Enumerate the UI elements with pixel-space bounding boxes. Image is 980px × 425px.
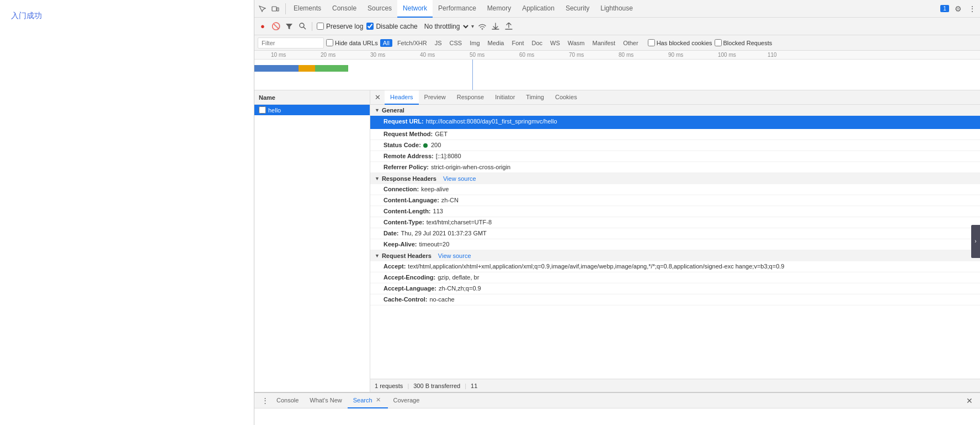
details-panel: ✕ Headers Preview Response Initiator Tim…: [370, 90, 980, 392]
tab-console[interactable]: Console: [327, 0, 362, 18]
filter-type-doc[interactable]: Doc: [529, 39, 545, 47]
request-method-row: Request Method: GET: [370, 129, 980, 140]
disable-cache-checkbox[interactable]: Disable cache: [366, 23, 417, 30]
tick-30ms: 30 ms: [370, 52, 385, 58]
svg-point-4: [482, 29, 483, 30]
file-list-item[interactable]: hello: [254, 105, 370, 115]
filter-type-css[interactable]: CSS: [447, 39, 465, 47]
bottom-panel-close-button[interactable]: ✕: [963, 395, 976, 407]
file-list-panel: Name hello: [254, 90, 370, 392]
import-har-icon[interactable]: [491, 21, 500, 31]
bottom-tab-search[interactable]: Search ✕: [348, 393, 388, 408]
tab-sources[interactable]: Sources: [362, 0, 397, 18]
general-arrow: ▼: [375, 107, 380, 113]
response-headers-section-header[interactable]: ▼ Response Headers View source: [370, 173, 980, 184]
filter-type-ws[interactable]: WS: [547, 39, 563, 47]
tab-cookies[interactable]: Cookies: [550, 90, 583, 105]
timeline-cursor: [472, 60, 473, 90]
tab-performance[interactable]: Performance: [433, 0, 482, 18]
content-type-row: Content-Type: text/html;charset=UTF-8: [370, 217, 980, 228]
filter-type-img[interactable]: Img: [467, 39, 482, 47]
svg-rect-1: [277, 8, 279, 11]
tab-lighthouse[interactable]: Lighthouse: [595, 0, 638, 18]
tab-initiator[interactable]: Initiator: [489, 90, 520, 105]
resources-count: 11: [471, 383, 477, 389]
network-toolbar: ● 🚫 Preserve log Disable cache No thrott…: [254, 18, 980, 35]
main-content: Name hello ✕ Headers Preview: [254, 90, 980, 392]
accept-row: Accept: text/html,application/xhtml+xml,…: [370, 261, 980, 272]
cache-control-row: Cache-Control: no-cache: [370, 294, 980, 305]
filter-type-all[interactable]: All: [380, 39, 392, 47]
filter-type-other[interactable]: Other: [620, 39, 641, 47]
tick-60ms: 60 ms: [519, 52, 534, 58]
filter-type-wasm[interactable]: Wasm: [565, 39, 588, 47]
filter-type-manifest[interactable]: Manifest: [590, 39, 619, 47]
filter-type-fetch-xhr[interactable]: Fetch/XHR: [395, 39, 430, 47]
tab-elements[interactable]: Elements: [288, 0, 327, 18]
file-checkbox[interactable]: [259, 106, 266, 114]
more-options-icon[interactable]: ⋮: [967, 3, 978, 14]
filter-icon[interactable]: [284, 21, 294, 31]
bottom-panel: ⋮ Console What's New Search ✕ Coverage ✕: [254, 392, 980, 425]
status-dot: [423, 143, 428, 148]
preserve-log-checkbox[interactable]: Preserve log: [317, 23, 363, 30]
wifi-icon[interactable]: [477, 21, 487, 31]
tick-110ms: 110: [768, 52, 777, 58]
timeline-ruler: 10 ms 20 ms 30 ms 40 ms 50 ms 60 ms 70 m…: [254, 51, 980, 60]
waterfall-bars: [254, 65, 348, 72]
request-headers-arrow: ▼: [375, 253, 380, 259]
hide-data-urls-checkbox[interactable]: Hide data URLs: [326, 39, 378, 46]
filter-type-font[interactable]: Font: [509, 39, 526, 47]
file-list-header: Name: [254, 90, 370, 105]
bar-orange: [299, 65, 315, 72]
blocked-requests-checkbox[interactable]: Blocked Requests: [715, 39, 773, 46]
tick-50ms: 50 ms: [470, 52, 484, 58]
date-row: Date: Thu, 29 Jul 2021 01:37:23 GMT: [370, 228, 980, 239]
export-har-icon[interactable]: [504, 21, 514, 31]
bottom-tabs: ⋮ Console What's New Search ✕ Coverage ✕: [254, 393, 980, 408]
search-network-icon[interactable]: [297, 21, 307, 31]
close-detail-button[interactable]: ✕: [370, 90, 385, 105]
tick-90ms: 90 ms: [668, 52, 683, 58]
filter-type-js[interactable]: JS: [432, 39, 445, 47]
status-bar: 1 requests | 300 B transferred | 11: [370, 379, 980, 392]
connection-row: Connection: keep-alive: [370, 184, 980, 195]
bottom-tab-coverage[interactable]: Coverage: [388, 393, 425, 408]
filter-input[interactable]: [258, 37, 324, 49]
search-tab-close-icon[interactable]: ✕: [375, 396, 382, 404]
view-source-request[interactable]: View source: [438, 252, 471, 259]
tab-memory[interactable]: Memory: [482, 0, 516, 18]
settings-icon[interactable]: ⚙: [952, 3, 963, 14]
bottom-tabs-more-icon[interactable]: ⋮: [259, 395, 271, 407]
device-toggle-icon[interactable]: [270, 3, 281, 14]
tab-timing[interactable]: Timing: [520, 90, 550, 105]
view-source-response[interactable]: View source: [443, 175, 476, 182]
filter-type-media[interactable]: Media: [485, 39, 507, 47]
has-blocked-cookies-checkbox[interactable]: Has blocked cookies: [648, 39, 712, 46]
record-button[interactable]: ●: [258, 21, 268, 31]
tab-security[interactable]: Security: [560, 0, 595, 18]
accept-encoding-row: Accept-Encoding: gzip, deflate, br: [370, 272, 980, 283]
general-section-header[interactable]: ▼ General: [370, 105, 980, 116]
tab-response[interactable]: Response: [451, 90, 490, 105]
details-content: ▼ General Request URL: http://localhost:…: [370, 105, 980, 379]
inspect-icon[interactable]: [257, 3, 268, 14]
throttle-selector[interactable]: No throttling ▾: [421, 22, 474, 31]
requests-count: 1 requests: [375, 383, 403, 389]
svg-rect-0: [272, 7, 276, 11]
bottom-tab-console[interactable]: Console: [271, 393, 304, 408]
content-length-row: Content-Length: 113: [370, 206, 980, 217]
tick-80ms: 80 ms: [619, 52, 633, 58]
svg-point-2: [300, 23, 304, 28]
request-headers-section-header[interactable]: ▼ Request Headers View source: [370, 250, 980, 261]
tab-headers[interactable]: Headers: [385, 90, 419, 105]
tab-application[interactable]: Application: [516, 0, 560, 18]
tab-network[interactable]: Network: [397, 0, 433, 18]
right-panel-arrow[interactable]: ›: [971, 225, 980, 258]
status-code-row: Status Code: 200: [370, 140, 980, 151]
clear-button[interactable]: 🚫: [271, 21, 281, 31]
tick-100ms: 100 ms: [718, 52, 736, 58]
bottom-tab-whats-new[interactable]: What's New: [304, 393, 347, 408]
tick-40ms: 40 ms: [420, 52, 435, 58]
tab-preview[interactable]: Preview: [419, 90, 451, 105]
